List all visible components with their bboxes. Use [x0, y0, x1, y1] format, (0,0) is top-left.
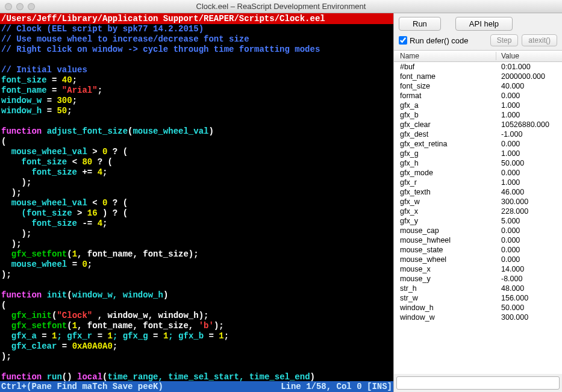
variable-row[interactable]: gfx_mode0.000: [394, 168, 562, 178]
variable-name: mouse_hwheel: [394, 236, 496, 244]
variable-name: window_w: [394, 313, 496, 322]
variable-name: gfx_h: [394, 159, 496, 167]
variable-row[interactable]: str_h48.000: [394, 284, 562, 293]
variable-row[interactable]: font_name2000000.000: [394, 72, 562, 81]
variable-value: 300.000: [496, 313, 562, 322]
variable-name: gfx_g: [394, 149, 496, 158]
variable-row[interactable]: mouse_cap0.000: [394, 226, 562, 235]
variable-value: 0.000: [496, 246, 562, 254]
run-defer-checkbox-wrap[interactable]: Run defer() code: [399, 36, 469, 45]
variable-value: 1.000: [496, 101, 562, 110]
variable-name: gfx_y: [394, 217, 496, 225]
minimize-window-button[interactable]: [16, 3, 23, 10]
variable-name: gfx_dest: [394, 130, 496, 138]
variable-row[interactable]: window_w300.000: [394, 313, 562, 322]
variable-value: 0.000: [496, 92, 562, 100]
variable-value: 156.000: [496, 294, 562, 302]
side-input[interactable]: [396, 376, 560, 390]
variable-row[interactable]: mouse_x14.000: [394, 264, 562, 274]
status-right: Line 1/58, Col 0 [INS]: [281, 382, 392, 391]
variable-name: str_h: [394, 284, 496, 293]
variable-row[interactable]: gfx_texth46.000: [394, 187, 562, 197]
window-titlebar: Clock.eel – ReaScript Development Enviro…: [0, 0, 562, 13]
variable-value: 0:01.000: [496, 63, 562, 71]
variable-value: 10526880.000: [496, 120, 562, 129]
variable-row[interactable]: gfx_r1.000: [394, 178, 562, 187]
variable-row[interactable]: mouse_hwheel0.000: [394, 235, 562, 245]
variable-value: 300.000: [496, 198, 562, 206]
variable-value: 50.000: [496, 303, 562, 312]
variable-value: 2000000.000: [496, 72, 562, 81]
variable-row[interactable]: gfx_x228.000: [394, 207, 562, 216]
column-header-name[interactable]: Name: [394, 52, 496, 60]
variable-value: 48.000: [496, 284, 562, 293]
variable-value: 14.000: [496, 265, 562, 273]
variable-row[interactable]: #buf0:01.000: [394, 62, 562, 72]
variable-value: 40.000: [496, 82, 562, 90]
variable-row[interactable]: mouse_y-8.000: [394, 274, 562, 284]
variable-value: 0.000: [496, 255, 562, 264]
variables-header: Name Value: [394, 50, 562, 62]
variable-row[interactable]: str_w156.000: [394, 293, 562, 303]
variable-value: 0.000: [496, 226, 562, 235]
variable-name: gfx_b: [394, 111, 496, 119]
variable-name: mouse_state: [394, 246, 496, 254]
variable-value: 50.000: [496, 159, 562, 167]
code-editor[interactable]: // Clock (EEL script by spk77 14.2.2015)…: [0, 24, 393, 381]
step-button[interactable]: Step: [490, 34, 519, 46]
variable-row[interactable]: gfx_g1.000: [394, 149, 562, 158]
variable-value: 0.000: [496, 236, 562, 244]
api-help-button[interactable]: API help: [455, 17, 513, 31]
variable-name: mouse_y: [394, 275, 496, 283]
variable-value: -1.000: [496, 130, 562, 138]
variable-name: #buf: [394, 63, 496, 71]
atexit-button[interactable]: atexit(): [522, 34, 557, 46]
variable-name: gfx_mode: [394, 169, 496, 177]
variable-row[interactable]: gfx_ext_retina0.000: [394, 139, 562, 149]
side-panel: Run API help Run defer() code Step atexi…: [393, 13, 562, 392]
variable-name: gfx_texth: [394, 188, 496, 196]
variable-name: str_w: [394, 294, 496, 302]
variable-row[interactable]: mouse_wheel0.000: [394, 255, 562, 264]
variable-name: gfx_clear: [394, 120, 496, 129]
variable-value: 46.000: [496, 188, 562, 196]
window-title: Clock.eel – ReaScript Development Enviro…: [0, 2, 562, 11]
variable-row[interactable]: gfx_w300.000: [394, 197, 562, 207]
variable-row[interactable]: gfx_clear10526880.000: [394, 120, 562, 129]
variable-value: -8.000: [496, 275, 562, 283]
editor-pane: /Users/Jeff/Library/Application Support/…: [0, 13, 393, 392]
variable-name: format: [394, 92, 496, 100]
column-header-value[interactable]: Value: [496, 52, 562, 60]
variable-name: gfx_w: [394, 198, 496, 206]
variable-value: 0.000: [496, 169, 562, 177]
variable-row[interactable]: mouse_state0.000: [394, 245, 562, 255]
variable-row[interactable]: font_size40.000: [394, 81, 562, 91]
variable-name: gfx_a: [394, 101, 496, 110]
variable-row[interactable]: gfx_a1.000: [394, 101, 562, 110]
variable-name: gfx_x: [394, 207, 496, 216]
variable-row[interactable]: gfx_dest-1.000: [394, 129, 562, 139]
run-defer-checkbox[interactable]: [399, 36, 407, 45]
variables-list[interactable]: #buf0:01.000font_name2000000.000font_siz…: [394, 62, 562, 374]
variable-value: 0.000: [496, 140, 562, 148]
variable-row[interactable]: gfx_h50.000: [394, 158, 562, 168]
file-path-bar: /Users/Jeff/Library/Application Support/…: [0, 13, 393, 24]
variable-name: window_h: [394, 303, 496, 312]
variable-name: gfx_r: [394, 178, 496, 187]
variable-row[interactable]: gfx_y5.000: [394, 216, 562, 226]
variable-name: gfx_ext_retina: [394, 140, 496, 148]
close-window-button[interactable]: [5, 3, 12, 10]
variable-row[interactable]: format0.000: [394, 91, 562, 101]
status-left: Ctrl+(Pane Find maTch Save peeK): [1, 382, 163, 391]
editor-status-bar: Ctrl+(Pane Find maTch Save peeK) Line 1/…: [0, 381, 393, 392]
variable-name: mouse_x: [394, 265, 496, 273]
run-button[interactable]: Run: [399, 17, 441, 31]
variable-value: 1.000: [496, 178, 562, 187]
variable-row[interactable]: window_h50.000: [394, 303, 562, 313]
variable-name: font_size: [394, 82, 496, 90]
variable-value: 228.000: [496, 207, 562, 216]
zoom-window-button[interactable]: [28, 3, 35, 10]
variable-name: mouse_wheel: [394, 255, 496, 264]
variable-row[interactable]: gfx_b1.000: [394, 110, 562, 120]
variable-name: font_name: [394, 72, 496, 81]
